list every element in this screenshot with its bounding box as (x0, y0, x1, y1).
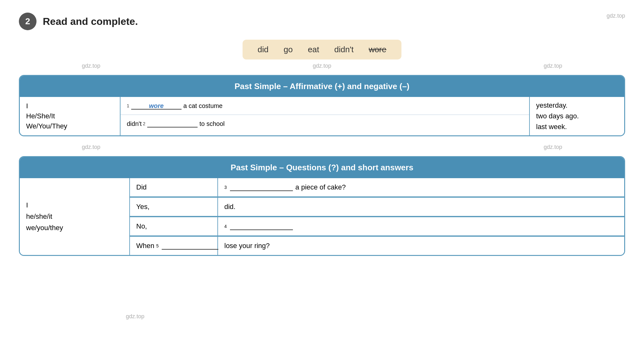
q-yes-label: Yes, (130, 197, 218, 217)
questions-table-body: Did I he/she/it we/you/they 3 a piece of… (20, 178, 624, 255)
q-did-label: Did (130, 178, 218, 197)
exercise-number: 2 (19, 13, 36, 30)
time2: two days ago. (536, 112, 618, 120)
blank2[interactable] (147, 120, 198, 127)
watermark-1: gdz.top (82, 63, 100, 69)
watermark-6: gdz.top (126, 313, 144, 320)
rest2: to school (199, 120, 225, 127)
word-did: did (258, 45, 269, 54)
word-bank: did go eat didn't wore (243, 40, 401, 59)
exercise-header: 2 Read and complete. (19, 13, 625, 30)
exercise-title: Read and complete. (43, 16, 138, 27)
watermark-4: gdz.top (82, 144, 100, 150)
questions-table-header: Past Simple – Questions (?) and short an… (20, 157, 624, 178)
num1: 1 (127, 103, 129, 108)
watermark-2: gdz.top (313, 63, 331, 69)
q-blank4: 4 (218, 217, 624, 236)
affirmative-table-header: Past Simple – Affirmative (+) and negati… (20, 76, 624, 97)
answer1: wore (131, 102, 182, 110)
word-eat: eat (308, 45, 319, 54)
q-subjects-cell: I he/she/it we/you/they (20, 178, 130, 255)
q-sub1: 3 a piece of cake? (218, 178, 624, 197)
affirmative-row2: didn't 2 to school (120, 115, 529, 133)
affirmative-row1: 1 wore a cat costume (120, 97, 529, 115)
q-no-label: No, (130, 217, 218, 236)
subjects-cell: I He/She/It We/You/They (20, 97, 120, 135)
page: gdz.top 2 Read and complete. did go eat … (0, 0, 644, 345)
time1: yesterday. (536, 101, 618, 110)
affirmative-main-row: I He/She/It We/You/They 1 wore a cat cos… (20, 97, 624, 135)
subject-i: I (26, 102, 67, 110)
times-cell: yesterday. two days ago. last week. (530, 97, 624, 135)
watermark-top-right: gdz.top (607, 13, 625, 19)
watermark-3: gdz.top (544, 63, 562, 69)
didnt-prefix: didn't (127, 120, 142, 127)
q-when-label: When 5 (130, 236, 218, 255)
affirmative-table-body: I He/She/It We/You/They 1 wore a cat cos… (20, 97, 624, 135)
time3: last week. (536, 123, 618, 131)
num2: 2 (143, 121, 145, 126)
verb-object-cell: 1 wore a cat costume didn't 2 to school (120, 97, 530, 135)
word-wore: wore (369, 45, 386, 54)
rest1: a cat costume (183, 102, 223, 110)
subject-he-she-it: He/She/It (26, 112, 67, 120)
word-go: go (283, 45, 293, 54)
questions-table: Past Simple – Questions (?) and short an… (19, 156, 625, 256)
affirmative-table: Past Simple – Affirmative (+) and negati… (19, 75, 625, 136)
q-did-ans: did. (218, 197, 624, 217)
q-lose: lose your ring? (218, 236, 624, 255)
watermark-5: gdz.top (544, 144, 562, 150)
word-bank-container: did go eat didn't wore (19, 40, 625, 59)
word-didnt: didn't (334, 45, 354, 54)
subject-we-you-they: We/You/They (26, 122, 67, 130)
subjects-list: I He/She/It We/You/They (26, 102, 67, 130)
